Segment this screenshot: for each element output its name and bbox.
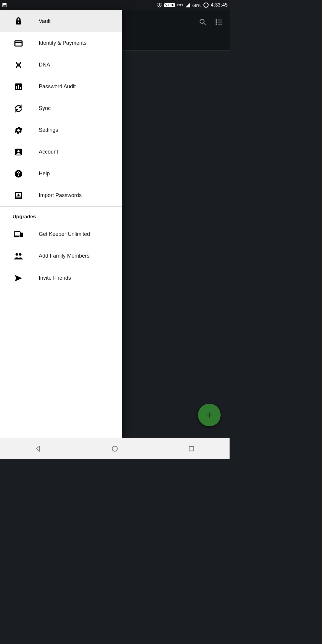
svg-rect-25 (189, 446, 193, 451)
svg-rect-9 (15, 41, 22, 46)
gear-icon (13, 126, 24, 135)
battery-ring-icon (203, 2, 209, 8)
devices-icon (13, 229, 24, 239)
menu-item-label: Import Passwords (39, 192, 82, 199)
status-bar: V LTE LTE+ 68% 4:33:45 (0, 0, 230, 10)
bar-chart-icon (13, 82, 24, 91)
menu-item-identity-payments[interactable]: Identity & Payments (0, 32, 122, 54)
lock-icon (13, 17, 24, 26)
menu-item-label: DNA (39, 62, 50, 68)
fab-add-button[interactable] (198, 404, 221, 426)
battery-percent: 68% (192, 3, 201, 8)
svg-point-18 (18, 175, 19, 176)
nav-back-button[interactable] (34, 445, 42, 453)
svg-point-23 (19, 253, 21, 256)
plus-icon (205, 411, 214, 419)
menu-item-label: Account (39, 149, 58, 155)
svg-rect-21 (20, 233, 23, 237)
nav-home-button[interactable] (111, 445, 119, 453)
menu-item-label: Password Audit (39, 83, 76, 90)
navigation-drawer: Vault Identity & Payments DNA Password A… (0, 10, 122, 438)
svg-point-5 (216, 22, 217, 23)
svg-rect-11 (16, 86, 17, 89)
svg-rect-13 (20, 87, 21, 89)
drawer-header-vault[interactable]: Vault (0, 10, 122, 32)
svg-point-8 (18, 22, 19, 23)
status-clock: 4:33:45 (211, 2, 228, 8)
section-header-upgrades: Upgrades (0, 207, 122, 223)
help-icon (13, 169, 24, 178)
volte-badge: V LTE (164, 3, 175, 7)
menu-item-invite-friends[interactable]: Invite Friends (0, 267, 122, 289)
dna-icon (13, 61, 24, 69)
menu-item-add-family-members[interactable]: Add Family Members (0, 245, 122, 267)
nav-recent-button[interactable] (188, 445, 195, 453)
menu-item-label: Add Family Members (39, 253, 89, 259)
menu-item-account[interactable]: Account (0, 141, 122, 163)
menu-item-dna[interactable]: DNA (0, 54, 122, 76)
svg-point-22 (16, 253, 18, 256)
lte-plus-icon: LTE+ (177, 4, 183, 7)
svg-point-4 (216, 20, 217, 21)
menu-item-password-audit[interactable]: Password Audit (0, 76, 122, 97)
svg-point-16 (17, 150, 20, 152)
photo-icon (2, 2, 7, 8)
credit-card-icon (13, 38, 24, 48)
menu-item-label: Invite Friends (39, 275, 71, 281)
menu-item-label: Settings (39, 127, 58, 133)
svg-point-3 (200, 19, 204, 24)
menu-item-help[interactable]: Help (0, 163, 122, 185)
menu-item-sync[interactable]: Sync (0, 97, 122, 119)
alarm-icon (157, 2, 162, 8)
svg-point-2 (204, 3, 208, 7)
svg-point-14 (17, 129, 20, 131)
send-icon (13, 273, 24, 283)
import-icon (13, 191, 24, 200)
sync-icon (13, 104, 24, 113)
svg-point-24 (112, 446, 117, 451)
signal-icon (185, 2, 191, 8)
svg-rect-12 (18, 85, 19, 89)
menu-item-settings[interactable]: Settings (0, 119, 122, 141)
svg-point-6 (216, 24, 217, 25)
search-icon[interactable] (199, 18, 207, 26)
svg-rect-20 (14, 232, 20, 236)
menu-item-import-passwords[interactable]: Import Passwords (0, 185, 122, 206)
android-navbar (0, 438, 230, 459)
drawer-header-label: Vault (39, 18, 51, 24)
menu-item-label: Sync (39, 105, 51, 112)
menu-item-label: Get Keeper Unlimited (39, 231, 90, 237)
menu-item-get-keeper-unlimited[interactable]: Get Keeper Unlimited (0, 223, 122, 245)
list-menu-icon[interactable] (215, 18, 224, 26)
menu-item-label: Help (39, 171, 50, 177)
menu-item-label: Identity & Payments (39, 40, 86, 46)
account-icon (13, 148, 24, 157)
family-icon (13, 251, 24, 261)
